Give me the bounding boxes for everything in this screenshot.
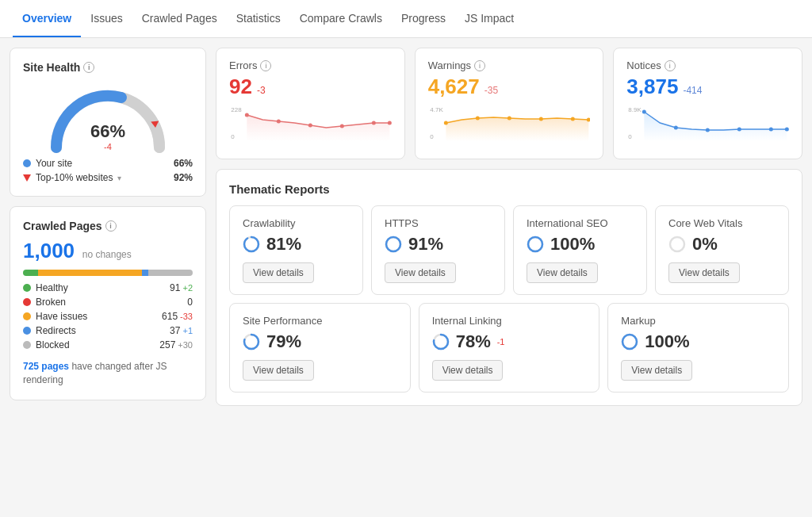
js-note: 725 pages have changed after JS renderin… bbox=[23, 360, 193, 387]
crawled-pages-info-icon[interactable]: i bbox=[105, 220, 117, 232]
site-perf-circle-icon bbox=[243, 333, 260, 350]
cwv-view-details-btn[interactable]: View details bbox=[668, 262, 740, 283]
nav-item-js-impact[interactable]: JS Impact bbox=[455, 0, 523, 37]
errors-value-row: 92 -3 bbox=[229, 75, 392, 99]
errors-card: Errors i 92 -3 228 0 bbox=[216, 48, 405, 159]
notices-delta: -414 bbox=[683, 85, 702, 96]
svg-point-15 bbox=[508, 117, 511, 121]
report-internal-linking: Internal Linking 78% -1 View details bbox=[419, 303, 600, 393]
main-content: Site Health i 66% -4 bbox=[0, 38, 812, 517]
svg-point-17 bbox=[571, 117, 575, 121]
pb-issues bbox=[38, 270, 142, 276]
site-health-card: Site Health i 66% -4 bbox=[10, 48, 206, 197]
pb-blocked bbox=[148, 270, 193, 276]
intl-seo-view-details-btn[interactable]: View details bbox=[527, 262, 598, 283]
crawled-count-row: 1,000 no changes bbox=[23, 239, 193, 263]
legend-your-site: Your site 66% bbox=[23, 158, 193, 169]
svg-marker-12 bbox=[446, 117, 588, 141]
page-row-issues: Have issues 615-33 bbox=[23, 311, 193, 322]
redirects-delta: +1 bbox=[182, 326, 193, 335]
markup-view-details-btn[interactable]: View details bbox=[621, 360, 692, 381]
internal-linking-circle-icon bbox=[432, 333, 450, 350]
report-crawlability-name: Crawlability bbox=[243, 217, 350, 229]
svg-marker-21 bbox=[645, 112, 787, 141]
your-site-val: 66% bbox=[174, 158, 193, 169]
report-https-name: HTTPS bbox=[385, 217, 492, 229]
report-crawlability-score-row: 81% bbox=[243, 234, 350, 255]
dot-redirects bbox=[23, 327, 31, 335]
nav-item-compare-crawls[interactable]: Compare Crawls bbox=[290, 0, 392, 37]
nav-item-overview[interactable]: Overview bbox=[13, 0, 81, 37]
markup-score: 100% bbox=[645, 331, 689, 352]
gauge-percent: 66% -4 bbox=[90, 121, 125, 151]
page-legend: Healthy 91+2 Broken 0 Have issues bbox=[23, 282, 193, 350]
svg-point-33 bbox=[528, 237, 542, 251]
svg-point-18 bbox=[587, 118, 591, 122]
js-note-link[interactable]: 725 pages bbox=[23, 361, 69, 372]
top10-label: Top-10% websites bbox=[36, 172, 113, 183]
pb-redirects bbox=[142, 270, 149, 276]
broken-val: 0 bbox=[187, 297, 193, 308]
nav-item-statistics[interactable]: Statistics bbox=[227, 0, 290, 37]
notices-info-icon[interactable]: i bbox=[665, 60, 676, 71]
notices-chart: 8.9K 0 bbox=[626, 105, 789, 145]
dot-healthy bbox=[23, 284, 31, 292]
top10-chevron-icon[interactable]: ▾ bbox=[117, 174, 121, 182]
thematic-title: Thematic Reports bbox=[229, 182, 789, 196]
report-site-perf: Site Performance 79% View details bbox=[229, 303, 411, 393]
intl-seo-circle-icon bbox=[527, 236, 544, 253]
notices-value: 3,875 bbox=[626, 75, 678, 99]
svg-point-27 bbox=[785, 128, 789, 132]
errors-info-icon[interactable]: i bbox=[260, 60, 271, 71]
site-perf-score: 79% bbox=[266, 331, 301, 352]
page-row-healthy: Healthy 91+2 bbox=[23, 282, 193, 293]
dot-your-site bbox=[23, 159, 31, 167]
errors-label: Errors i bbox=[229, 59, 392, 71]
crawled-count-value: 1,000 bbox=[23, 239, 75, 262]
site-perf-view-details-btn[interactable]: View details bbox=[243, 360, 314, 381]
svg-text:4.7K: 4.7K bbox=[430, 106, 443, 113]
dot-blocked bbox=[23, 341, 31, 349]
https-view-details-btn[interactable]: View details bbox=[385, 262, 456, 283]
right-panel: Errors i 92 -3 228 0 bbox=[216, 48, 802, 507]
report-intl-seo-name: International SEO bbox=[527, 217, 634, 229]
intl-seo-score: 100% bbox=[550, 234, 595, 255]
internal-linking-view-details-btn[interactable]: View details bbox=[432, 360, 504, 381]
warnings-value-row: 4,627 -35 bbox=[428, 75, 591, 99]
crawled-no-change: no changes bbox=[82, 249, 132, 260]
crawled-pages-card: Crawled Pages i 1,000 no changes Healthy bbox=[10, 206, 206, 400]
https-score: 91% bbox=[408, 234, 443, 255]
svg-point-23 bbox=[674, 126, 678, 130]
svg-text:0: 0 bbox=[231, 133, 235, 140]
crawlability-score: 81% bbox=[266, 234, 301, 255]
svg-point-5 bbox=[277, 120, 281, 124]
warnings-label: Warnings i bbox=[428, 59, 591, 71]
svg-point-9 bbox=[388, 121, 392, 125]
pb-healthy bbox=[23, 270, 38, 276]
svg-marker-3 bbox=[247, 115, 389, 141]
report-https-score-row: 91% bbox=[385, 234, 492, 255]
site-health-info-icon[interactable]: i bbox=[83, 62, 94, 73]
nav-item-issues[interactable]: Issues bbox=[81, 0, 132, 37]
crawlability-view-details-btn[interactable]: View details bbox=[243, 262, 314, 283]
blocked-delta: +30 bbox=[178, 340, 193, 350]
svg-point-7 bbox=[340, 124, 344, 128]
healthy-delta: +2 bbox=[182, 283, 193, 293]
nav-item-crawled-pages[interactable]: Crawled Pages bbox=[132, 0, 227, 37]
svg-point-22 bbox=[642, 110, 646, 114]
warnings-info-icon[interactable]: i bbox=[474, 60, 485, 71]
redirects-val: 37 bbox=[170, 325, 180, 336]
errors-delta: -3 bbox=[257, 85, 266, 96]
dot-issues bbox=[23, 312, 31, 320]
report-intl-seo: International SEO 100% View details bbox=[513, 205, 647, 295]
triangle-top10 bbox=[23, 174, 31, 182]
report-intl-seo-score-row: 100% bbox=[527, 234, 634, 255]
nav-item-progress[interactable]: Progress bbox=[392, 0, 455, 37]
crawled-pages-title: Crawled Pages i bbox=[23, 220, 193, 232]
svg-point-31 bbox=[386, 237, 400, 251]
svg-point-14 bbox=[476, 117, 480, 121]
notices-value-row: 3,875 -414 bbox=[626, 75, 789, 99]
errors-chart: 228 0 bbox=[229, 105, 392, 145]
cwv-score: 0% bbox=[692, 234, 718, 255]
warnings-card: Warnings i 4,627 -35 4.7K 0 bbox=[415, 48, 604, 159]
